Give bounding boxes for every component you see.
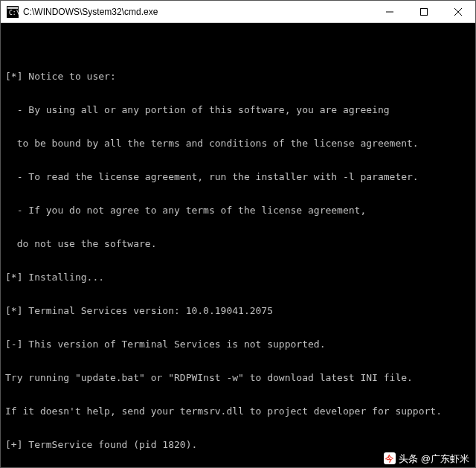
console-line: [*] Notice to user: [5,71,474,82]
svg-rect-1 [7,7,18,9]
watermark: 今 头条 @广东虾米 [384,452,469,464]
titlebar[interactable]: C:\ C:\WINDOWS\System32\cmd.exe [1,1,475,23]
watermark-icon: 今 [384,452,396,464]
console-line: Try running "update.bat" or "RDPWInst -w… [5,372,474,383]
console-line: [*] Installing... [5,272,474,283]
svg-text:C:\: C:\ [9,10,19,16]
terminal-output[interactable]: [*] Notice to user: - By using all or an… [1,23,475,467]
console-line: - By using all or any portion of this so… [5,104,474,115]
window: C:\ C:\WINDOWS\System32\cmd.exe [*] Noti… [0,0,476,468]
console-line: [+] TermService found (pid 1820). [5,439,474,450]
console-line: do not use the software. [5,238,474,249]
watermark-user: @广东虾米 [421,453,469,464]
window-title: C:\WINDOWS\System32\cmd.exe [23,7,373,17]
window-buttons [373,1,475,22]
console-line: to be bound by all the terms and conditi… [5,138,474,149]
console-line: - To read the license agreement, run the… [5,171,474,182]
close-icon [454,8,462,16]
console-line: If it doesn't help, send your termsrv.dl… [5,406,474,417]
maximize-button[interactable] [407,1,441,22]
watermark-prefix: 头条 [399,453,418,464]
console-line: - If you do not agree to any terms of th… [5,205,474,216]
cmd-icon: C:\ [7,6,19,18]
minimize-icon [386,8,393,16]
close-button[interactable] [441,1,475,22]
svg-rect-4 [421,8,428,15]
maximize-icon [420,8,428,16]
console-line: [*] Terminal Services version: 10.0.1904… [5,305,474,316]
console-line: [-] This version of Terminal Services is… [5,339,474,350]
minimize-button[interactable] [373,1,407,22]
